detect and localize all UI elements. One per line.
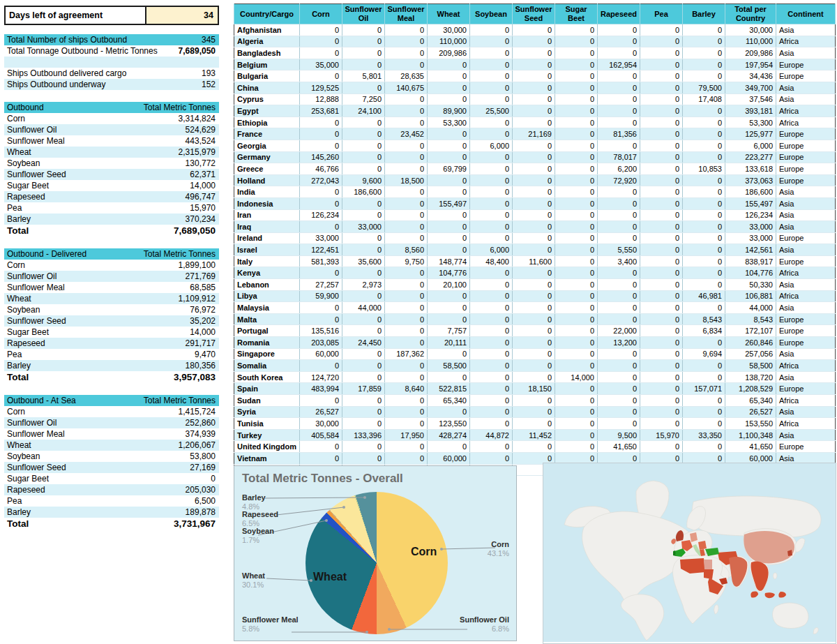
tonnage-cell: 0 xyxy=(428,441,470,453)
tonnage-cell: 0 xyxy=(640,105,683,117)
table-row: Indonesia000155,497000000155,497Asia xyxy=(234,197,836,209)
cargo-total-row: Total3,957,083 xyxy=(4,371,219,383)
tonnage-cell: 260,846 xyxy=(725,337,776,349)
table-row: Kenya000104,776000000104,776Africa xyxy=(234,267,836,279)
column-header: Sugar Beet xyxy=(555,4,598,24)
tonnage-cell: 0 xyxy=(640,151,683,163)
tonnage-cell: 0 xyxy=(683,151,725,163)
continent-cell: Asia xyxy=(776,47,836,59)
cargo-tonnage: 443,524 xyxy=(186,136,219,146)
tonnage-cell: 0 xyxy=(342,395,385,407)
tonnage-cell: 0 xyxy=(513,441,555,453)
tonnage-cell: 0 xyxy=(555,128,598,140)
map-region-sudan xyxy=(704,569,714,579)
tonnage-cell: 0 xyxy=(683,174,725,186)
summary-label: Total Number of ships Outbound xyxy=(4,35,202,45)
tonnage-cell: 0 xyxy=(513,232,555,244)
summary-row: Total Number of ships Outbound345 xyxy=(4,34,219,45)
country-cell: Spain xyxy=(234,383,300,395)
table-row: Portugal135,516007,75700022,00006,834172… xyxy=(234,325,836,337)
cargo-name: Corn xyxy=(4,260,179,270)
cargo-row: Sunflower Seed35,202 xyxy=(4,315,219,327)
tonnage-cell: 0 xyxy=(300,36,342,47)
cargo-table-header: Outbound - DeliveredTotal Metric Tonnes xyxy=(4,248,219,260)
tonnage-cell: 0 xyxy=(598,395,640,407)
cargo-tonnage: 76,972 xyxy=(190,305,219,315)
tonnage-cell: 0 xyxy=(640,209,683,221)
tonnage-cell: 0 xyxy=(513,186,555,198)
continent-cell: Asia xyxy=(776,302,836,314)
continent-cell: Africa xyxy=(776,117,836,128)
tonnage-cell: 0 xyxy=(513,70,555,82)
tonnage-cell: 0 xyxy=(683,59,725,70)
tonnage-cell: 0 xyxy=(513,209,555,221)
cargo-tonnage: 271,769 xyxy=(186,271,219,281)
continent-cell: Europe xyxy=(776,174,836,186)
cargo-name: Sunflower Oil xyxy=(4,418,186,428)
tonnage-cell: 0 xyxy=(555,47,598,59)
cargo-row: Barley180,356 xyxy=(4,360,219,371)
table-row: Italy581,39335,6009,750148,77448,40011,6… xyxy=(234,255,836,267)
table-row: Greece46,7660069,7990006,200010,853133,6… xyxy=(234,163,836,175)
tonnage-cell: 0 xyxy=(640,221,683,233)
tonnage-cell: 0 xyxy=(640,93,683,105)
tonnage-cell: 0 xyxy=(683,105,725,117)
tonnage-cell: 0 xyxy=(640,267,683,279)
tonnage-cell: 0 xyxy=(555,105,598,117)
cargo-row: Wheat2,315,979 xyxy=(4,147,219,158)
cargo-name: Wheat xyxy=(4,294,179,304)
tonnage-cell: 0 xyxy=(598,290,640,302)
tonnage-cell: 0 xyxy=(513,105,555,117)
tonnage-cell: 0 xyxy=(428,232,470,244)
map-landmass xyxy=(773,573,777,579)
cargo-row: Sugar Beet14,000 xyxy=(4,180,219,191)
cargo-name: Barley xyxy=(4,507,186,517)
tonnage-cell: 11,600 xyxy=(513,255,555,267)
tonnage-cell: 0 xyxy=(470,197,513,209)
tonnage-cell: 0 xyxy=(640,174,683,186)
continent-cell: Europe xyxy=(776,325,836,337)
cargo-tonnage: 496,747 xyxy=(186,192,219,202)
tonnage-cell: 0 xyxy=(470,163,513,175)
tonnage-cell: 0 xyxy=(683,255,725,267)
tonnage-cell: 0 xyxy=(342,24,385,36)
column-header: Barley xyxy=(683,4,725,24)
tonnage-cell: 0 xyxy=(555,24,598,36)
summary-value: 345 xyxy=(202,35,219,45)
total-label: Total xyxy=(4,225,174,236)
cargo-table: OutboundTotal Metric TonnesCorn3,314,824… xyxy=(4,102,219,237)
table-row: Sudan00065,34000000065,340Africa xyxy=(234,395,836,407)
tonnage-cell: 41,650 xyxy=(598,441,640,453)
tonnage-cell: 6,834 xyxy=(683,325,725,337)
tonnage-cell: 0 xyxy=(640,140,683,151)
tonnage-cell: 0 xyxy=(683,221,725,233)
country-cell: France xyxy=(234,128,300,140)
cargo-name: Sunflower Meal xyxy=(4,283,190,292)
country-cell: Bulgaria xyxy=(234,70,300,82)
tonnage-cell: 0 xyxy=(555,93,598,105)
continent-cell: Africa xyxy=(776,360,836,372)
tonnage-cell: 35,000 xyxy=(300,59,342,70)
continent-cell: Asia xyxy=(776,279,836,291)
tonnage-cell: 0 xyxy=(428,371,470,383)
tonnage-cell: 33,000 xyxy=(725,221,776,233)
tonnage-cell: 30,000 xyxy=(725,24,776,36)
tonnage-cell: 0 xyxy=(640,244,683,256)
cargo-tonnage: 180,356 xyxy=(186,361,219,370)
tonnage-cell: 0 xyxy=(300,70,342,82)
tonnage-cell: 0 xyxy=(640,255,683,267)
tonnage-cell: 11,452 xyxy=(513,429,555,441)
tonnage-cell: 30,000 xyxy=(300,418,342,430)
cargo-name: Rapeseed xyxy=(4,192,186,202)
tonnage-cell: 125,977 xyxy=(725,128,776,140)
cargo-row: Sunflower Seed27,169 xyxy=(4,462,219,473)
tonnage-cell: 133,396 xyxy=(342,429,385,441)
table-row: South Korea124,7200000014,000000138,720A… xyxy=(234,371,836,383)
tonnage-cell: 0 xyxy=(470,82,513,93)
tonnage-cell: 26,527 xyxy=(725,406,776,418)
table-row: France0023,4520021,169081,35600125,977Eu… xyxy=(234,128,836,140)
tonnage-cell: 15,970 xyxy=(640,429,683,441)
tonnage-cell: 0 xyxy=(640,395,683,407)
tonnage-cell: 428,274 xyxy=(428,429,470,441)
tonnage-cell: 0 xyxy=(428,82,470,93)
